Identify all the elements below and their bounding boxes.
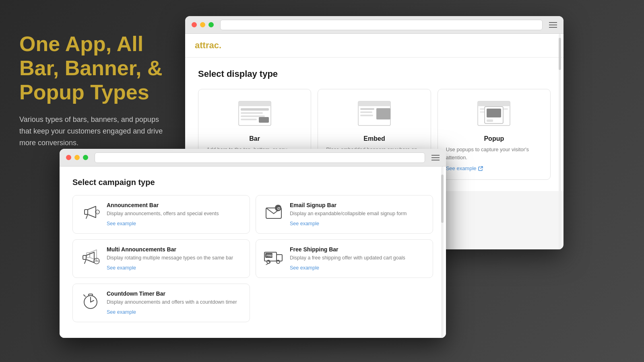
bar-card-icon (206, 97, 303, 130)
svg-rect-21 (85, 210, 88, 214)
free-shipping-title: Free Shipping Bar (290, 246, 425, 253)
front-tl-yellow[interactable] (74, 155, 80, 160)
email-signup-title: Email Signup Bar (290, 202, 425, 208)
svg-point-33 (97, 261, 97, 261)
svg-rect-4 (241, 115, 265, 117)
svg-rect-12 (376, 108, 390, 119)
campaign-card-multi-announcements[interactable]: Multi Announcements Bar Display rotating… (72, 239, 250, 278)
main-subtext: Various types of bars, banners, and popu… (19, 114, 172, 148)
back-tl-yellow[interactable] (200, 22, 205, 27)
front-browser-titlebar (60, 149, 446, 167)
multi-announcements-icon (80, 246, 101, 267)
svg-rect-11 (360, 115, 373, 116)
countdown-timer-desc: Display announcements and offers with a … (107, 298, 242, 306)
left-panel: One App, All Bar, Banner, & Popup Types … (19, 32, 172, 149)
campaign-card-free-shipping[interactable]: FREE Free Shipping Bar Display a free sh… (256, 239, 433, 278)
svg-rect-9 (360, 108, 374, 110)
multi-announcements-info: Multi Announcements Bar Display rotating… (107, 246, 242, 271)
front-section-title: Select campaign type (72, 178, 433, 187)
svg-rect-1 (239, 101, 271, 106)
main-heading: One App, All Bar, Banner, & Popup Types (19, 32, 172, 104)
embed-icon (356, 99, 392, 128)
back-section-title: Select display type (198, 69, 551, 79)
svg-rect-2 (241, 108, 269, 111)
front-hamburger-menu[interactable] (431, 155, 440, 160)
svg-rect-3 (241, 112, 263, 114)
back-tl-red[interactable] (192, 22, 197, 27)
svg-marker-20 (88, 206, 96, 218)
email-icon: @ (264, 202, 284, 222)
front-url-bar[interactable] (95, 152, 425, 163)
svg-point-34 (98, 261, 99, 261)
svg-rect-14 (478, 101, 510, 106)
multi-announcements-desc: Display rotating multiple message types … (107, 254, 242, 261)
front-browser-content: Select campaign type ! Announ (60, 167, 446, 338)
back-traffic-lights (192, 22, 214, 27)
back-hamburger-menu[interactable] (549, 22, 557, 28)
front-traffic-lights (66, 155, 88, 160)
email-signup-icon: @ (263, 202, 284, 223)
embed-card-icon (326, 97, 422, 130)
svg-text:!: ! (97, 211, 97, 214)
svg-text:@: @ (277, 206, 281, 210)
svg-point-32 (95, 261, 96, 261)
front-tl-green[interactable] (83, 155, 88, 160)
announcement-bar-link[interactable]: See example (107, 221, 136, 226)
countdown-timer-icon (80, 290, 101, 311)
back-scrollbar-thumb (559, 38, 561, 70)
countdown-timer-link[interactable]: See example (107, 309, 136, 315)
back-browser-titlebar (185, 16, 564, 34)
email-signup-link[interactable]: See example (290, 221, 319, 226)
free-shipping-icon: FREE (263, 246, 284, 267)
back-scrollbar[interactable] (559, 34, 561, 249)
announcement-bar-info: Announcement Bar Display announcements, … (107, 202, 242, 227)
svg-rect-19 (487, 119, 493, 122)
megaphone-icon: ! (80, 202, 101, 222)
countdown-timer-title: Countdown Timer Bar (107, 290, 242, 297)
back-url-bar[interactable] (220, 20, 543, 30)
popup-card-title: Popup (446, 135, 542, 142)
announcement-bar-title: Announcement Bar (107, 202, 242, 208)
free-shipping-info: Free Shipping Bar Display a free shippin… (290, 246, 425, 271)
shipping-truck-icon: FREE (263, 247, 285, 267)
embed-card-title: Embed (326, 135, 422, 142)
multi-announcements-title: Multi Announcements Bar (107, 246, 242, 253)
svg-text:FREE: FREE (266, 254, 274, 257)
app-logo: attrac. (195, 40, 221, 50)
popup-see-example[interactable]: See example (446, 165, 542, 171)
popup-card-desc: Use popups to capture your visitor's att… (446, 146, 542, 161)
announcement-bar-desc: Display announcements, offers and specia… (107, 210, 242, 217)
campaign-grid: ! Announcement Bar Display announcements… (72, 195, 433, 322)
multi-megaphone-icon (80, 247, 101, 267)
svg-rect-30 (83, 255, 86, 259)
timer-icon (80, 291, 101, 311)
free-shipping-desc: Display a free shipping offer with updat… (290, 254, 425, 261)
front-browser-window: Select campaign type ! Announ (60, 149, 446, 338)
announcement-bar-icon: ! (80, 202, 101, 223)
email-signup-info: Email Signup Bar Display an expandable/c… (290, 202, 425, 227)
front-content-inner: Select campaign type ! Announ (60, 167, 446, 333)
campaign-card-announcement[interactable]: ! Announcement Bar Display announcements… (72, 195, 250, 234)
display-card-popup[interactable]: Popup Use popups to capture your visitor… (438, 89, 551, 180)
svg-rect-42 (89, 294, 93, 296)
bar-icon (237, 99, 273, 128)
svg-rect-18 (487, 109, 501, 117)
svg-rect-5 (241, 119, 257, 120)
countdown-timer-info: Countdown Timer Bar Display announcement… (107, 290, 242, 315)
front-scrollbar[interactable] (441, 167, 444, 338)
external-link-icon (478, 166, 483, 171)
campaign-card-countdown-timer[interactable]: Countdown Timer Bar Display announcement… (72, 284, 250, 322)
email-signup-desc: Display an expandable/collapsible email … (290, 210, 425, 217)
campaign-card-email-signup[interactable]: @ Email Signup Bar Display an expandable… (256, 195, 433, 234)
free-shipping-link[interactable]: See example (290, 265, 319, 271)
front-tl-red[interactable] (66, 155, 71, 160)
multi-announcements-link[interactable]: See example (107, 265, 136, 271)
svg-rect-8 (358, 101, 390, 106)
popup-card-icon (446, 97, 542, 130)
front-scrollbar-thumb (441, 175, 444, 223)
back-tl-green[interactable] (208, 22, 214, 27)
svg-rect-6 (259, 117, 269, 123)
popup-icon (476, 99, 512, 128)
bar-card-title: Bar (206, 135, 303, 142)
svg-rect-10 (360, 111, 372, 113)
